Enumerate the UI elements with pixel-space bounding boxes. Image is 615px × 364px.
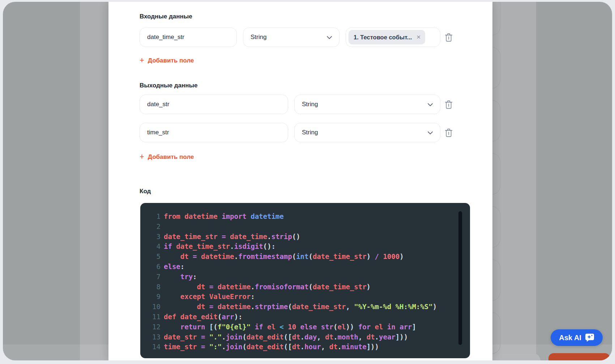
chevron-down-icon xyxy=(428,131,433,135)
trash-icon[interactable] xyxy=(444,32,453,43)
add-output-field-label: Добавить поле xyxy=(148,153,194,161)
add-input-field-button[interactable]: + Добавить поле xyxy=(140,57,194,64)
output-type-select-1[interactable]: String xyxy=(294,95,440,114)
ask-ai-label: Ask AI xyxy=(559,334,581,342)
screenshot-frame: Входные данные String 1. Тестовое событ.… xyxy=(0,0,615,364)
input-section-label: Входные данные xyxy=(140,13,192,20)
chevron-down-icon xyxy=(428,103,433,107)
input-type-value: String xyxy=(251,28,266,46)
source-tag-label: 1. Тестовое событ... xyxy=(354,34,412,41)
add-output-field-button[interactable]: + Добавить поле xyxy=(140,153,194,161)
output-name-value-2[interactable] xyxy=(147,123,281,142)
input-name-field[interactable] xyxy=(140,27,237,47)
plus-icon: + xyxy=(140,153,144,161)
input-source-field[interactable]: 1. Тестовое событ... ✕ xyxy=(346,27,440,47)
add-input-field-label: Добавить поле xyxy=(148,57,194,64)
plus-icon: + xyxy=(140,56,144,64)
ai-sparkle-chat-icon xyxy=(585,333,594,342)
output-type-select-2[interactable]: String xyxy=(294,123,440,142)
app-window: Входные данные String 1. Тестовое событ.… xyxy=(3,2,612,360)
source-tag[interactable]: 1. Тестовое событ... ✕ xyxy=(349,30,425,44)
editor-scrollbar[interactable] xyxy=(458,211,462,345)
trash-icon[interactable] xyxy=(444,100,453,110)
output-type-value-1: String xyxy=(302,95,318,113)
output-section-label: Выходные данные xyxy=(140,82,198,89)
code-editor[interactable]: 1from datetime import datetime23date_tim… xyxy=(140,203,470,358)
output-name-field-1[interactable] xyxy=(140,95,288,114)
input-name-value[interactable] xyxy=(147,28,229,47)
output-type-value-2: String xyxy=(302,123,318,142)
input-type-select[interactable]: String xyxy=(243,27,339,47)
code-lines[interactable]: 1from datetime import datetime23date_tim… xyxy=(140,212,470,352)
dimmed-primary-button xyxy=(548,353,610,360)
code-node-modal: Входные данные String 1. Тестовое событ.… xyxy=(108,2,492,360)
tag-close-icon[interactable]: ✕ xyxy=(416,34,421,40)
chevron-down-icon xyxy=(327,36,332,39)
dimmed-secondary-button xyxy=(495,353,541,360)
code-section-label: Код xyxy=(140,188,151,195)
output-name-field-2[interactable] xyxy=(140,123,288,142)
output-name-value-1[interactable] xyxy=(147,95,281,114)
ask-ai-button[interactable]: Ask AI xyxy=(551,329,603,346)
trash-icon[interactable] xyxy=(444,128,453,138)
